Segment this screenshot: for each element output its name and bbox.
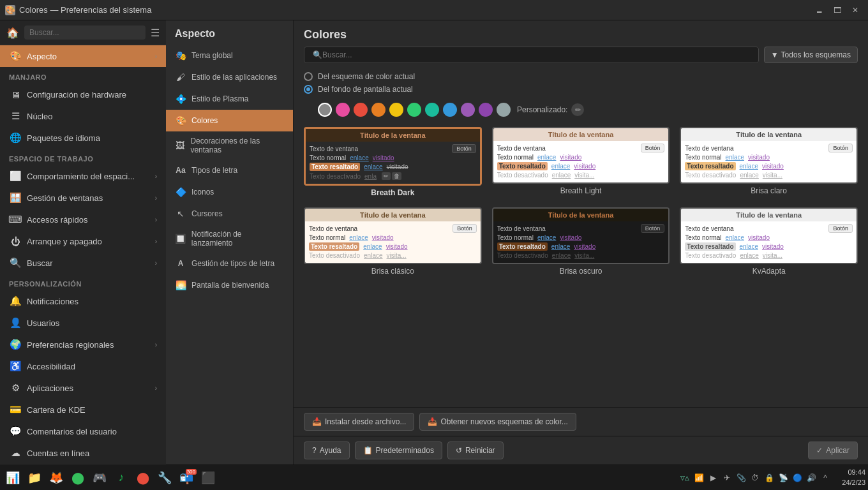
middle-item-iconos[interactable]: 🔷 Iconos (166, 181, 293, 203)
install-button[interactable]: 📥 Instalar desde archivo... (304, 413, 414, 431)
scheme-row-bc-3: Texto resaltado enlace visitado (685, 162, 853, 170)
scheme-card-breath-light[interactable]: Título de la ventana Texto de ventana Bo… (492, 127, 670, 197)
accent-option-scheme[interactable]: Del esquema de color actual (304, 72, 858, 81)
tray-bluetooth-icon[interactable]: 🔵 (791, 472, 803, 484)
swatch-gray[interactable] (318, 103, 332, 117)
tray-clip-icon[interactable]: 📎 (735, 472, 747, 484)
reiniciar-button[interactable]: ↺ Reiniciar (447, 442, 504, 459)
titlebar-controls[interactable]: 🗕 🗖 ✕ (812, 3, 863, 18)
sidebar-item-comportamiento[interactable]: ⬜ Comportamiento del espaci... › (0, 165, 166, 187)
disabled-visited-bcl: visita... (387, 252, 407, 259)
middle-item-tema[interactable]: 🎭 Tema global (166, 45, 293, 66)
taskbar-app-icon[interactable]: 📊 (3, 468, 23, 488)
scheme-card-brisa-clasico[interactable]: Título de la ventana Texto de ventana Bo… (304, 207, 482, 276)
fuentes-icon: Aa (175, 165, 186, 176)
filter-button[interactable]: ▼ Todos los esquemas (764, 47, 858, 63)
swatch-orange[interactable] (371, 103, 385, 117)
sidebar-item-usuarios[interactable]: 👤 Usuarios (0, 312, 166, 334)
sidebar-item-ventanas[interactable]: 🪟 Gestión de ventanas › (0, 187, 166, 209)
tray-wifi-icon[interactable]: 📡 (777, 472, 789, 484)
sidebar-search-input[interactable] (24, 26, 146, 40)
edit-icon-bd[interactable]: ✏ (382, 172, 391, 180)
radio-wallpaper[interactable] (304, 85, 313, 94)
maximize-button[interactable]: 🗖 (830, 3, 845, 18)
tray-lock-icon[interactable]: 🔒 (763, 472, 775, 484)
radio-scheme[interactable] (304, 72, 313, 81)
sidebar-item-idioma-label: Paquetes de idioma (27, 133, 100, 143)
middle-item-estilo-plasma[interactable]: 💠 Estilo de Plasma (166, 88, 293, 110)
trash-icon-bd[interactable]: 🗑 (392, 172, 401, 180)
middle-item-bienvenida[interactable]: 🌅 Pantalla de bienvenida (166, 274, 293, 296)
sidebar-item-hardware[interactable]: 🖥 Configuración de hardware (0, 84, 166, 105)
link-bl: enlace (537, 154, 556, 161)
tray-volume-icon[interactable]: 🔊 (805, 472, 817, 484)
taskbar-spotify-icon[interactable]: ♪ (111, 468, 131, 488)
predeterminados-button[interactable]: 📋 Predeterminados (355, 442, 442, 459)
middle-item-fuentes[interactable]: Aa Tipos de letra (166, 160, 293, 181)
taskbar-steam-icon[interactable]: 🎮 (89, 468, 110, 488)
scheme-card-breath-dark[interactable]: Título de la ventana Texto de ventana Bo… (304, 127, 482, 197)
ayuda-button[interactable]: ? Ayuda (304, 442, 350, 459)
sidebar-item-arranque[interactable]: ⏻ Arranque y apagado › (0, 230, 166, 252)
sidebar-item-buscar[interactable]: 🔍 Buscar › (0, 252, 166, 274)
taskbar-manjaro-icon[interactable]: ⬤ (68, 468, 88, 488)
aplicar-button[interactable]: ✓ Aplicar (808, 442, 858, 459)
sidebar-item-ventanas-label: Gestión de ventanas (27, 193, 103, 203)
get-new-button[interactable]: 📥 Obtener nuevos esquemas de color... (419, 413, 576, 431)
tray-timer-icon[interactable]: ⏱ (749, 472, 761, 484)
taskbar-firefox-icon[interactable]: 🦊 (46, 468, 66, 488)
home-icon[interactable]: 🏠 (6, 26, 19, 39)
tray-airplane-icon[interactable]: ✈ (721, 472, 733, 484)
swatch-pink[interactable] (336, 103, 350, 117)
taskbar-red-icon[interactable]: ⬤ (133, 468, 153, 488)
swatch-green[interactable] (407, 103, 421, 117)
pencil-icon[interactable]: ✏ (571, 103, 584, 116)
taskbar-files-icon[interactable]: 📁 (24, 468, 45, 488)
sidebar-item-accesos[interactable]: ⌨ Accesos rápidos › (0, 209, 166, 230)
sidebar-item-idioma[interactable]: 🌐 Paquetes de idioma (0, 127, 166, 149)
middle-item-decoraciones[interactable]: 🖼 Decoraciones de las ventanas (166, 131, 293, 160)
tray-stats-icon[interactable]: ▽△ (679, 472, 691, 484)
sidebar-item-comentarios[interactable]: 💬 Comentarios del usuario (0, 420, 166, 442)
accent-option-wallpaper[interactable]: Del fondo de pantalla actual (304, 85, 858, 94)
content-search-input[interactable] (304, 47, 759, 63)
sidebar-item-aplicaciones[interactable]: ⚙ Aplicaciones › (0, 377, 166, 399)
scheme-card-kvadapta[interactable]: Título de la ventana Texto de ventana Bo… (680, 207, 858, 276)
swatch-purple[interactable] (461, 103, 475, 117)
chevron-right-icon5: › (155, 238, 157, 245)
middle-item-colores[interactable]: 🎨 Colores (166, 110, 293, 131)
taskbar-terminal-icon[interactable]: ⬛ (198, 468, 218, 488)
sidebar-item-arranque-label: Arranque y apagado (27, 237, 102, 246)
taskbar-badge-icon[interactable]: 📬 300 (176, 468, 197, 488)
sidebar-item-nucleo[interactable]: ☰ Núcleo (0, 105, 166, 127)
sidebar-item-regionales[interactable]: 🌍 Preferencias regionales › (0, 334, 166, 355)
tray-play-icon[interactable]: ▶ (707, 472, 719, 484)
swatch-blue[interactable] (443, 103, 457, 117)
sidebar-item-aspecto[interactable]: 🎨 Aspecto › (0, 45, 166, 67)
middle-item-cursores[interactable]: ↖ Cursores (166, 203, 293, 225)
minimize-button[interactable]: 🗕 (812, 3, 827, 18)
sidebar-item-accesibilidad[interactable]: ♿ Accesibilidad (0, 355, 166, 377)
middle-item-gestion-fuentes[interactable]: A Gestión de tipos de letra (166, 253, 293, 274)
tray-network-icon[interactable]: 📶 (693, 472, 705, 484)
tema-icon: 🎭 (175, 50, 186, 61)
scheme-card-brisa-oscuro[interactable]: Título de la ventana Texto de ventana Bo… (492, 207, 670, 276)
swatch-darkpurple[interactable] (479, 103, 493, 117)
swatch-red[interactable] (354, 103, 368, 117)
scheme-row-4: Texto desactivado enla ✏ 🗑 (310, 172, 476, 180)
close-button[interactable]: ✕ (848, 3, 863, 18)
hamburger-menu-icon[interactable]: ☰ (151, 27, 160, 39)
swatch-teal[interactable] (425, 103, 439, 117)
scheme-card-brisa-claro[interactable]: Título de la ventana Texto de ventana Bo… (680, 127, 858, 197)
tray-expand-icon[interactable]: ^ (819, 472, 831, 484)
sidebar-item-notificaciones-label: Notificaciones (27, 297, 79, 306)
sidebar-item-notificaciones[interactable]: 🔔 Notificaciones (0, 290, 166, 312)
sidebar-item-cartera[interactable]: 💳 Cartera de KDE (0, 399, 166, 420)
highlighted-bc: Texto resaltado (685, 162, 735, 170)
sidebar-item-cuentas[interactable]: ☁ Cuentas en línea (0, 442, 166, 464)
middle-item-estilo-app[interactable]: 🖌 Estilo de las aplicaciones (166, 66, 293, 88)
swatch-lightgray[interactable] (497, 103, 511, 117)
middle-item-notificacion[interactable]: 🔲 Notificación de lanzamiento (166, 225, 293, 253)
swatch-yellow[interactable] (389, 103, 403, 117)
taskbar-tools-icon[interactable]: 🔧 (154, 468, 175, 488)
